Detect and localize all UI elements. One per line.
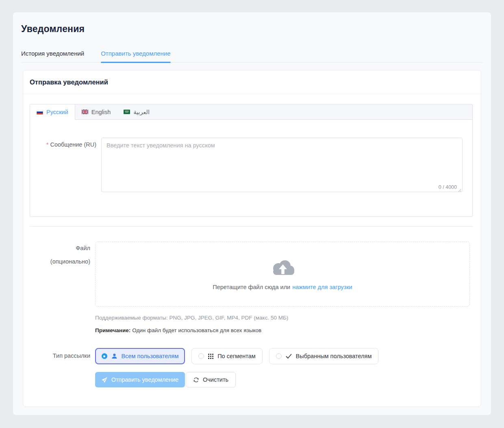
lang-tab-arabic-label: العربية [133,109,150,115]
gb-flag-icon [82,110,88,114]
lang-tab-english-label: English [91,109,111,115]
note-text: Один файл будет использоваться для всех … [132,327,261,333]
actions-row: Отправить уведомление Очистить [95,372,473,387]
send-notification-card: Отправка уведомлений Русский Eng [23,70,481,407]
user-icon [111,353,117,359]
grid-icon [208,354,213,359]
tab-history[interactable]: История уведомлений [21,50,84,62]
message-label: *Сообщение (RU) [30,138,101,194]
required-asterisk: * [46,141,48,148]
lang-tab-russian[interactable]: Русский [30,104,75,120]
tab-send-label: Отправить уведомление [101,50,170,57]
russian-tab-panel: *Сообщение (RU) 0 / 4000 [30,120,472,217]
dropzone-text: Перетащите файл сюда илинажмите для загр… [213,284,352,290]
refresh-icon [193,377,199,383]
radio-by-segments[interactable]: По сегментам [191,348,263,364]
broadcast-type-radio-group: Всем пользователям По сегментам [95,348,378,364]
file-label-line2: (опционально) [30,255,90,268]
supported-formats-note: Поддерживаемые форматы: PNG, JPG, JPEG, … [95,315,473,321]
file-dropzone[interactable]: Перетащите файл сюда илинажмите для загр… [95,242,470,307]
notifications-page: Уведомления История уведомлений Отправит… [13,12,491,415]
char-counter: 0 / 4000 [439,185,457,190]
page-title: Уведомления [21,24,483,35]
cloud-upload-icon [269,258,295,278]
lang-tab-arabic[interactable]: العربية [117,104,156,119]
radio-selected-users-label: Выбранным пользователям [296,353,372,359]
radio-selected-icon [102,353,107,359]
textarea-resize-handle[interactable] [458,188,461,192]
message-form-row: *Сообщение (RU) 0 / 4000 [30,138,463,194]
paper-plane-icon [102,377,108,383]
check-icon [286,354,292,359]
radio-unselected-icon [198,353,204,359]
file-label-line1: Файл [30,242,90,255]
language-tabs-container: Русский English العربية [30,104,473,217]
clear-button-label: Очистить [203,376,228,383]
broadcast-type-row: Тип рассылки Всем пользователям [30,348,473,364]
radio-selected-users[interactable]: Выбранным пользователям [269,348,378,364]
broadcast-type-label: Тип рассылки [30,348,95,364]
send-notification-button[interactable]: Отправить уведомление [95,372,185,387]
note-label: Примечание: [95,327,130,333]
dropzone-text-static: Перетащите файл сюда или [213,284,290,290]
message-textarea-ru[interactable] [101,138,463,192]
file-usage-note: Примечание:Один файл будет использоватьс… [95,327,473,333]
message-label-text: Сообщение (RU) [50,141,96,148]
radio-all-users-label: Всем пользователям [122,353,179,359]
active-tab-underline [101,62,170,63]
sa-flag-icon [124,110,130,114]
radio-all-users[interactable]: Всем пользователям [95,348,185,364]
radio-unselected-icon [276,353,282,359]
file-form-row: Файл (опционально) [30,242,473,307]
file-label: Файл (опционально) [30,242,95,307]
card-body: Русский English العربية [23,94,481,387]
section-divider [30,226,473,227]
send-button-label: Отправить уведомление [111,376,179,383]
page-tab-bar: История уведомлений Отправить уведомлени… [21,50,483,63]
lang-tab-russian-label: Русский [46,109,68,115]
tab-send-notification[interactable]: Отправить уведомление [101,50,170,62]
radio-by-segments-label: По сегментам [217,353,256,359]
card-title: Отправка уведомлений [23,70,481,94]
message-textarea-wrap: 0 / 4000 [101,138,463,194]
upload-link[interactable]: нажмите для загрузки [292,284,352,290]
clear-button[interactable]: Очистить [186,372,236,387]
tab-history-label: История уведомлений [21,50,84,57]
language-tabs-header: Русский English العربية [30,104,472,120]
lang-tab-english[interactable]: English [75,104,117,119]
ru-flag-icon [37,110,43,115]
